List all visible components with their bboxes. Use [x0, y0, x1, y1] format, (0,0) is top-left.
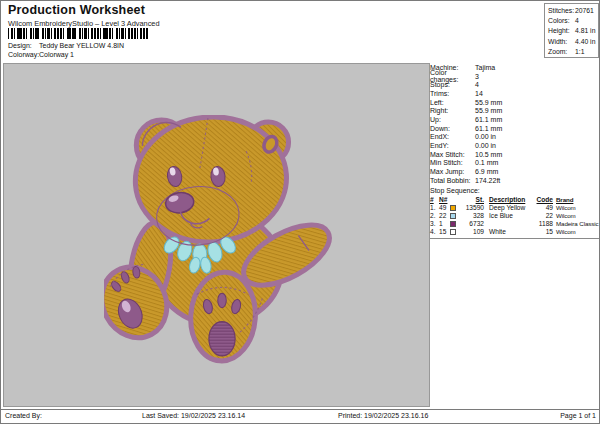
col-n: N# — [439, 196, 450, 203]
machine-label: Min Stitch: — [430, 159, 475, 166]
cell-num: 1. — [430, 204, 439, 211]
page-title: Production Worksheet — [8, 3, 145, 17]
summary-label: Colors: — [548, 17, 575, 24]
machine-row: Max Stitch:10.5 mm — [430, 150, 600, 159]
col-brand: Brand — [553, 196, 600, 203]
bear-toe — [218, 293, 226, 308]
machine-value: 61.1 mm — [475, 125, 502, 132]
machine-row: Down:61.1 mm — [430, 124, 600, 133]
thread-color-swatch — [450, 205, 456, 211]
stop-sequence-heading: Stop Sequence: — [430, 187, 600, 196]
cell-description: Deep Yellow — [484, 204, 527, 211]
machine-label: Left: — [430, 99, 475, 106]
summary-label: Width: — [548, 38, 575, 45]
summary-value: 1:1 — [575, 48, 584, 55]
thread-color-swatch — [450, 221, 456, 227]
machine-row: Up:61.1 mm — [430, 115, 600, 124]
machine-label: Max Stitch: — [430, 151, 475, 158]
cell-n: 22 — [439, 212, 450, 219]
machine-label: Total Bobbin: — [430, 177, 475, 184]
machine-row: Color changes:3 — [430, 72, 600, 81]
machine-row: Max Jump:6.9 mm — [430, 167, 600, 176]
cell-brand: Wilcom — [553, 228, 600, 235]
summary-row: Width:4.40 in — [548, 36, 598, 46]
cell-num: 3. — [430, 220, 439, 227]
cell-st: 13590 — [459, 204, 484, 211]
teddy-bear-design — [104, 115, 336, 367]
machine-value: 14 — [475, 90, 483, 97]
machine-value: 3 — [475, 73, 479, 80]
bear-paw-pad-right — [209, 322, 235, 356]
machine-value: 4 — [475, 81, 479, 88]
cell-code: 15 — [527, 228, 553, 235]
colorway-label: Colorway: — [8, 51, 39, 58]
cell-st: 109 — [459, 228, 484, 235]
worksheet-footer: Created By: Last Saved: 19/02/2025 23.16… — [1, 409, 599, 423]
col-num: # — [430, 196, 439, 203]
summary-label: Stitches: — [548, 7, 575, 14]
machine-value: 61.1 mm — [475, 116, 502, 123]
summary-value: 20761 — [575, 7, 594, 14]
machine-label: EndX: — [430, 133, 475, 140]
machine-label: Down: — [430, 125, 475, 132]
thread-color-swatch — [450, 229, 456, 235]
summary-value: 4.81 in — [575, 27, 595, 34]
cell-n: 15 — [439, 228, 450, 235]
stop-sequence-row: 4. 15 109 White 15 Wilcom — [430, 228, 600, 236]
summary-row: Colors:4 — [548, 16, 598, 26]
cell-num: 2. — [430, 212, 439, 219]
summary-row: Zoom:1:1 — [548, 46, 598, 56]
cell-num: 4. — [430, 228, 439, 235]
machine-row: Total Bobbin:174.22ft — [430, 176, 600, 185]
summary-value: 4.40 in — [575, 38, 595, 45]
machine-value: 174.22ft — [475, 177, 500, 184]
cell-brand: Madeira Classic 40 — [553, 220, 600, 227]
design-label: Design: — [8, 42, 39, 49]
machine-value: 55.9 mm — [475, 99, 502, 106]
stop-sequence-divider — [430, 238, 599, 239]
stop-sequence-row: 1. 49 13590 Deep Yellow 49 Wilcom — [430, 204, 600, 212]
cell-code: 1188 — [527, 220, 553, 227]
summary-label: Zoom: — [548, 48, 575, 55]
col-st: St. — [459, 196, 484, 203]
cell-brand: Wilcom — [553, 212, 600, 219]
production-worksheet-page: Production Worksheet Wilcom EmbroiderySt… — [0, 0, 600, 424]
machine-label: Stops: — [430, 81, 475, 88]
summary-label: Height: — [548, 27, 575, 34]
machine-value: 0.1 mm — [475, 159, 498, 166]
cell-description: White — [484, 228, 527, 235]
machine-value: 55.9 mm — [475, 107, 502, 114]
machine-row: Trims:14 — [430, 89, 600, 98]
app-subtitle: Wilcom EmbroideryStudio – Level 3 Advanc… — [8, 19, 160, 28]
machine-row: Min Stitch:0.1 mm — [430, 158, 600, 167]
stop-sequence-row: 3. 1 6732 1188 Madeira Classic 40 — [430, 220, 600, 228]
machine-label: EndY: — [430, 142, 475, 149]
machine-value: 6.9 mm — [475, 168, 498, 175]
machine-label: Trims: — [430, 90, 475, 97]
machine-label: Up: — [430, 116, 475, 123]
stop-sequence-header-row: # N# St. Description Code Brand — [430, 196, 600, 204]
machine-row: Right:55.9 mm — [430, 106, 600, 115]
machine-value: Tajima — [475, 64, 495, 71]
cell-code: 49 — [527, 204, 553, 211]
printed-text: Printed: 19/02/2025 23.16.16 — [338, 412, 428, 419]
machine-info-panel: Machine:Tajima Color changes:3 Stops:4 T… — [430, 63, 600, 239]
machine-value: 0.00 in — [475, 142, 496, 149]
machine-row: Left:55.9 mm — [430, 98, 600, 107]
machine-label: Right: — [430, 107, 475, 114]
summary-row: Stitches:20761 — [548, 6, 598, 16]
summary-row: Height:4.81 in — [548, 26, 598, 36]
cell-description: Ice Blue — [484, 212, 527, 219]
design-summary-box: Stitches:20761 Colors:4 Height:4.81 in W… — [544, 3, 599, 58]
machine-label: Max Jump: — [430, 168, 475, 175]
col-description: Description — [484, 196, 527, 203]
col-code: Code — [527, 196, 553, 203]
design-barcode — [8, 28, 149, 39]
created-by-label: Created By: — [5, 412, 42, 419]
stop-sequence-row: 2. 22 328 Ice Blue 22 Wilcom — [430, 212, 600, 220]
thread-color-swatch — [450, 213, 456, 219]
cell-st: 6732 — [459, 220, 484, 227]
machine-row: Stops:4 — [430, 80, 600, 89]
colorway-value: Colorway 1 — [39, 51, 74, 58]
summary-value: 4 — [575, 17, 579, 24]
